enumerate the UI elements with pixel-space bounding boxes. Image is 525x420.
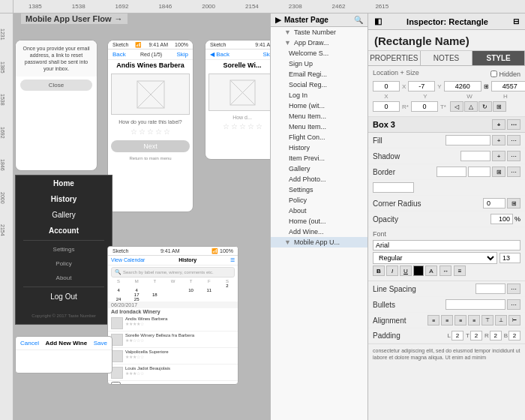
layer-login[interactable]: Log In: [271, 90, 368, 100]
align-center-btn[interactable]: ≡: [441, 315, 453, 326]
border-menu-btn[interactable]: ⋯: [507, 166, 520, 177]
pad-b-field[interactable]: [508, 331, 520, 340]
flip-btn2[interactable]: ⊞: [493, 101, 506, 112]
text-extra-btn2[interactable]: ≡: [454, 266, 466, 276]
menu-logout[interactable]: Log Out: [16, 289, 112, 304]
y-field[interactable]: [408, 81, 435, 92]
shadow-add-btn[interactable]: +: [492, 151, 506, 161]
menu-gallery[interactable]: Gallery: [16, 207, 112, 223]
align-top-btn[interactable]: ⊤: [482, 315, 494, 326]
align-justify-btn[interactable]: ≡: [468, 315, 480, 326]
menu-settings[interactable]: Settings: [16, 242, 112, 256]
menu-history[interactable]: History: [16, 191, 112, 207]
fill-dropdown[interactable]: [446, 135, 490, 146]
notes-added-checkbox[interactable]: [111, 382, 121, 385]
layer-menu-item2[interactable]: Menu Item...: [271, 122, 368, 132]
fill-menu-btn[interactable]: ⋯: [507, 135, 520, 146]
layer-mobile-app[interactable]: ▼ Mobile App U...: [271, 237, 368, 248]
pad-l-field[interactable]: [452, 331, 464, 340]
layer-signup[interactable]: Sign Up: [271, 58, 368, 69]
pad-r-field[interactable]: [490, 331, 502, 340]
line-spacing-dropdown[interactable]: [476, 284, 506, 294]
return-link[interactable]: Return to main menu: [108, 155, 193, 161]
bullets-btn[interactable]: ⋯: [507, 299, 520, 310]
box3-add-btn[interactable]: +: [492, 119, 506, 130]
font-name-field[interactable]: [373, 240, 520, 250]
border-width-dropdown[interactable]: [373, 182, 414, 193]
skip-button[interactable]: Skip: [176, 51, 188, 58]
view-calendar-link[interactable]: View Calendar: [111, 257, 145, 263]
phone3-back[interactable]: ◀ Back: [210, 51, 230, 58]
layer-flight-con[interactable]: Flight Con...: [271, 132, 368, 142]
menu-icon[interactable]: ☰: [230, 257, 235, 263]
border-add-btn[interactable]: ⊞: [492, 166, 506, 177]
w-field[interactable]: [444, 81, 482, 92]
layer-item-previ[interactable]: Item Previ...: [271, 153, 368, 164]
text-color-btn[interactable]: A: [425, 266, 437, 276]
t-field[interactable]: [411, 101, 438, 112]
layer-about[interactable]: About: [271, 206, 368, 216]
layer-policy[interactable]: Policy: [271, 195, 368, 206]
tab-style[interactable]: STYLE: [472, 51, 525, 65]
menu-home[interactable]: Home: [16, 176, 112, 191]
text-extra-btn[interactable]: ↔: [440, 266, 452, 276]
font-style-select[interactable]: Regular Bold Italic: [373, 252, 497, 264]
save-button[interactable]: Save: [94, 340, 107, 346]
flip-h-btn[interactable]: ◁: [450, 101, 464, 112]
back-button[interactable]: Back: [112, 51, 126, 58]
font-size-field[interactable]: [500, 253, 520, 263]
italic-btn[interactable]: I: [386, 266, 398, 276]
r-field[interactable]: [373, 101, 400, 112]
layer-home-out[interactable]: Home (out...: [271, 216, 368, 226]
flip-v-btn[interactable]: △: [464, 101, 478, 112]
tab-notes[interactable]: NOTES: [421, 51, 473, 65]
box3-menu-btn[interactable]: ⋯: [507, 119, 520, 130]
menu-account[interactable]: Account: [16, 223, 112, 238]
line-spacing-btn[interactable]: ⋯: [507, 284, 520, 294]
align-middle-btn[interactable]: ⊥: [495, 315, 507, 326]
layer-history[interactable]: History: [271, 142, 368, 153]
opacity-field[interactable]: [490, 214, 513, 224]
align-left-btn[interactable]: ≡: [428, 315, 440, 326]
tab-properties[interactable]: PROPERTIES: [368, 51, 421, 65]
next-button[interactable]: Next: [111, 140, 190, 152]
menu-about[interactable]: About: [16, 271, 112, 285]
corner-radius-btn[interactable]: ⊞: [507, 198, 520, 208]
rect-name[interactable]: (Rectangle Name): [368, 30, 525, 51]
menu-policy[interactable]: Policy: [16, 256, 112, 271]
hidden-checkbox[interactable]: [490, 70, 497, 77]
border-color-dropdown[interactable]: [468, 166, 490, 177]
star-rating[interactable]: ☆☆☆☆☆: [108, 126, 193, 137]
layer-settings[interactable]: Settings: [271, 184, 368, 195]
underline-btn[interactable]: U: [400, 266, 412, 276]
cancel-button[interactable]: Cancel: [20, 340, 39, 346]
border-style-dropdown[interactable]: [436, 166, 466, 177]
shadow-menu-btn[interactable]: ⋯: [507, 151, 520, 161]
fill-add-btn[interactable]: +: [492, 135, 506, 146]
pad-t-field[interactable]: [470, 331, 482, 340]
layer-menu-item1[interactable]: Menu Item...: [271, 111, 368, 122]
phone3-stars[interactable]: ☆☆☆☆☆: [206, 121, 279, 132]
search-bar[interactable]: 🔍 Search by label name, winery, comments…: [111, 267, 235, 278]
shadow-dropdown[interactable]: [460, 151, 490, 161]
rotate-btn[interactable]: ↻: [478, 101, 492, 112]
layer-taste-number[interactable]: ▼ Taste Number: [271, 27, 368, 38]
bullets-dropdown[interactable]: [446, 299, 506, 310]
x-field[interactable]: [373, 81, 400, 92]
close-button[interactable]: Close: [20, 80, 92, 91]
inspector-collapse-icon[interactable]: ⊟: [513, 17, 519, 26]
corner-radius-field[interactable]: [483, 198, 506, 208]
text-color-swatch[interactable]: [413, 266, 424, 276]
layer-add-photo[interactable]: Add Photo...: [271, 174, 368, 184]
layer-welcome[interactable]: Welcome S...: [271, 48, 368, 58]
align-bottom-btn[interactable]: ⊢: [508, 315, 520, 326]
h-field[interactable]: [491, 81, 525, 92]
align-right-btn[interactable]: ≡: [454, 315, 466, 326]
layer-social-reg[interactable]: Social Reg...: [271, 80, 368, 90]
bold-btn[interactable]: B: [373, 266, 385, 276]
layer-gallery[interactable]: Gallery: [271, 164, 368, 174]
layer-add-wine[interactable]: Add Wine...: [271, 226, 368, 237]
layers-search-icon[interactable]: 🔍: [354, 16, 363, 24]
layer-email-regi[interactable]: Email Regi...: [271, 69, 368, 80]
layer-app-draw[interactable]: ▼ App Draw...: [271, 38, 368, 48]
